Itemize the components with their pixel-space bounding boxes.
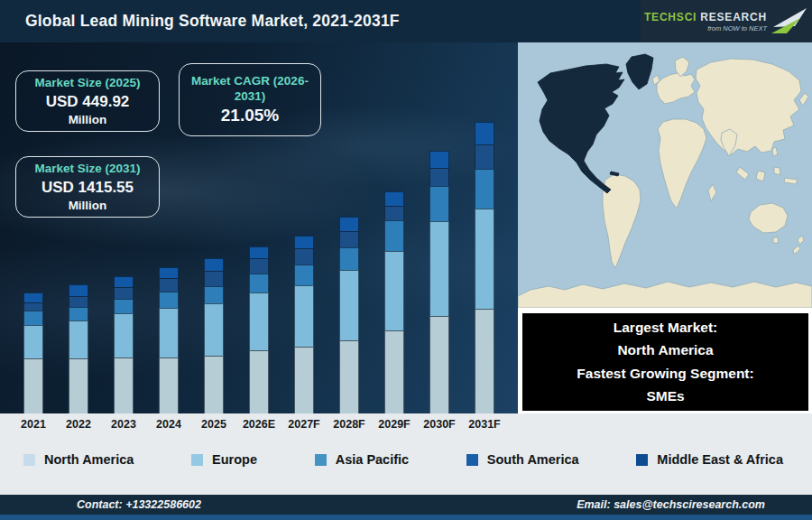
bar-segment-asia-pacific xyxy=(429,186,449,221)
bar-segment-north-america xyxy=(294,347,314,414)
chart-panel: Market Size (2025) USD 449.92 Million Ma… xyxy=(0,42,518,414)
bar-2022 xyxy=(69,284,88,414)
legend-label: Europe xyxy=(212,452,257,467)
bar-segment-north-america xyxy=(384,330,404,414)
highlight-line: Fastest Growing Segment: xyxy=(522,363,808,385)
bar-2023 xyxy=(114,276,134,414)
bar-2027F xyxy=(294,236,314,414)
bar-segment-europe xyxy=(114,313,134,358)
footer-contact: Contact: +13322586602 xyxy=(77,498,201,511)
bar-segment-middle-east-africa xyxy=(69,284,88,296)
axis-label-2026E: 2026E xyxy=(243,418,275,431)
legend-swatch xyxy=(636,454,648,466)
bar-segment-asia-pacific xyxy=(475,169,494,209)
bar-segment-north-america xyxy=(339,340,359,414)
axis-label-2022: 2022 xyxy=(66,418,91,431)
bar-segment-asia-pacific xyxy=(159,292,179,308)
bar-segment-middle-east-africa xyxy=(204,258,224,271)
bar-segment-europe xyxy=(204,303,224,356)
legend-item-north-america: North America xyxy=(23,452,134,467)
bar-segment-europe xyxy=(475,209,494,309)
highlight-box: Largest Market: North America Fastest Gr… xyxy=(522,313,808,411)
bar-segment-south-america xyxy=(294,248,314,265)
legend-label: Asia Pacific xyxy=(336,452,409,467)
footer-email: Email: sales@techsciresearch.com xyxy=(577,498,765,511)
axis-label-2021: 2021 xyxy=(21,418,46,431)
bar-segment-south-america xyxy=(384,206,404,220)
bar-segment-south-america xyxy=(69,296,88,307)
legend-swatch xyxy=(315,454,327,466)
callout-label: Market Size (2031) xyxy=(22,162,153,177)
callout-unit: Million xyxy=(22,199,153,212)
bar-segment-europe xyxy=(249,292,269,350)
bar-2024 xyxy=(159,267,179,414)
bar-segment-middle-east-africa xyxy=(384,191,404,206)
bar-segment-middle-east-africa xyxy=(114,276,134,287)
bar-segment-south-america xyxy=(429,168,449,186)
region-sulawesi xyxy=(774,167,780,175)
legend-label: South America xyxy=(487,452,579,467)
legend-swatch xyxy=(466,454,478,466)
bar-segment-middle-east-africa xyxy=(159,267,179,278)
bar-segment-europe xyxy=(69,320,88,358)
bar-segment-asia-pacific xyxy=(204,286,224,303)
bar-segment-middle-east-africa xyxy=(23,292,43,302)
highlight-line: Largest Market: xyxy=(522,317,808,339)
callout-market-size-2031: Market Size (2031) USD 1415.55 Million xyxy=(15,156,160,218)
bar-segment-north-america xyxy=(204,356,224,414)
callout-market-cagr: Market CAGR (2026-2031) 21.05% xyxy=(179,63,321,136)
bar-segment-south-america xyxy=(159,278,179,292)
bar-segment-middle-east-africa xyxy=(339,217,359,231)
bar-segment-europe xyxy=(429,221,449,316)
bar-segment-middle-east-africa xyxy=(249,246,269,258)
highlight-box-wrapper: Largest Market: North America Fastest Gr… xyxy=(518,308,812,413)
highlight-line: North America xyxy=(522,339,808,361)
bar-2028F xyxy=(339,217,359,414)
footer-bar: Contact: +13322586602 Email: sales@techs… xyxy=(0,495,812,515)
bar-segment-middle-east-africa xyxy=(294,236,314,248)
axis-label-2030F: 2030F xyxy=(423,418,455,431)
header-bar: Global Lead Mining Software Market, 2021… xyxy=(0,0,812,42)
brand-logo: TechSci Research from NOW to NEXT xyxy=(641,0,812,42)
bar-segment-europe xyxy=(384,251,404,330)
bar-segment-asia-pacific xyxy=(114,299,134,313)
axis-label-2023: 2023 xyxy=(111,418,136,431)
bar-2031F xyxy=(475,122,494,414)
bottom-strip: 202120222023202420252026E2027F2028F2029F… xyxy=(0,413,812,495)
bar-segment-north-america xyxy=(475,309,494,414)
bar-segment-middle-east-africa xyxy=(475,122,494,144)
bar-segment-asia-pacific xyxy=(339,247,359,270)
bar-segment-north-america xyxy=(23,358,43,414)
axis-label-2031F: 2031F xyxy=(468,418,500,431)
chart-legend: North AmericaEuropeAsia PacificSouth Ame… xyxy=(0,452,812,467)
page-title: Global Lead Mining Software Market, 2021… xyxy=(25,0,400,42)
bar-segment-asia-pacific xyxy=(23,311,43,325)
axis-label-2029F: 2029F xyxy=(378,418,410,431)
footer-accent-bar: Contact: +13322586602 Email: sales@techs… xyxy=(0,495,812,520)
callout-value: 21.05% xyxy=(185,106,315,125)
brand-name-primary: TechSci xyxy=(644,11,697,23)
bar-2026E xyxy=(249,246,269,414)
callout-value: USD 449.92 xyxy=(22,93,153,111)
brand-name-secondary: Research xyxy=(700,11,767,23)
callout-unit: Million xyxy=(22,113,153,126)
bar-segment-asia-pacific xyxy=(384,220,404,251)
axis-label-2027F: 2027F xyxy=(288,418,319,431)
bar-2025 xyxy=(204,258,224,414)
bar-segment-middle-east-africa xyxy=(429,151,449,168)
brand-tagline: from NOW to NEXT xyxy=(707,24,767,32)
bar-segment-asia-pacific xyxy=(294,265,314,285)
bar-2029F xyxy=(384,191,404,414)
bar-segment-north-america xyxy=(114,358,134,414)
region-tasmania xyxy=(773,237,779,243)
bar-segment-south-america xyxy=(114,287,134,299)
legend-item-south-america: South America xyxy=(466,452,579,467)
bar-segment-north-america xyxy=(249,350,269,414)
callout-label: Market CAGR (2026-2031) xyxy=(185,74,315,105)
legend-item-middle-east-africa: Middle East & Africa xyxy=(636,452,783,467)
callout-value: USD 1415.55 xyxy=(22,179,153,197)
bar-segment-europe xyxy=(159,308,179,358)
callout-label: Market Size (2025) xyxy=(22,76,153,91)
callout-market-size-2025: Market Size (2025) USD 449.92 Million xyxy=(15,70,160,132)
bar-segment-asia-pacific xyxy=(249,274,269,292)
